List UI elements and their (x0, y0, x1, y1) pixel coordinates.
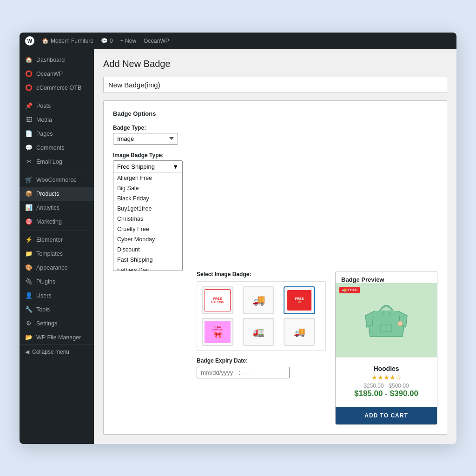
sidebar-item-comments[interactable]: 💬 Comments (20, 141, 94, 155)
comments-icon: 💬 (101, 38, 108, 44)
sidebar-item-elementor[interactable]: ⚡ Elementor (20, 233, 94, 247)
preview-product-image: 🚚 FREE (336, 283, 437, 357)
svg-point-2 (398, 321, 403, 326)
sidebar-item-wp-file-manager[interactable]: 📂 WP File Manager (20, 331, 94, 344)
dropdown-option[interactable]: Big Sale (113, 183, 182, 193)
topbar-comments[interactable]: 💬 0 (101, 38, 113, 44)
image-badge-section: Select Image Badge: FREE SHIPPING 🚚 (197, 271, 326, 378)
dropdown-open-list: Allergen Free Big Sale Black Friday Buy1… (113, 173, 182, 271)
preview-original-price: $250.00 - $500.00 (341, 383, 431, 389)
sidebar-item-posts[interactable]: 📌 Posts (20, 99, 94, 113)
main-layout: 🏠 Dashboard ⭕ OceanWP ⭕ eCommerce OTB 📌 … (20, 49, 456, 444)
woocommerce-icon: 🛒 (25, 176, 33, 184)
dropdown-select-box[interactable]: Free Shipping ▼ Allergen Free Big Sale B… (113, 160, 183, 271)
preview-badge-tag: 🚚 FREE (339, 287, 360, 293)
plugins-icon: 🔌 (25, 278, 33, 285)
dropdown-option[interactable]: Buy1get1free (113, 204, 182, 214)
posts-icon: 📌 (25, 102, 33, 110)
dropdown-chevron-icon: ▼ (172, 163, 178, 170)
analytics-icon: 📊 (25, 204, 33, 212)
dropdown-option[interactable]: Cruelty Free (113, 224, 182, 234)
dashboard-icon: 🏠 (25, 56, 33, 64)
media-icon: 🖼 (25, 116, 33, 124)
tools-icon: 🔧 (25, 306, 33, 313)
sidebar-item-plugins[interactable]: 🔌 Plugins (20, 275, 94, 289)
badge-expiry-section: Badge Expiry Date: (197, 357, 326, 378)
wp-logo-icon[interactable]: W (25, 36, 34, 46)
preview-sale-price: $185.00 - $390.00 (341, 389, 431, 398)
badge-images-grid: FREE SHIPPING 🚚 FREE 🚚 (197, 281, 326, 351)
sidebar-item-products[interactable]: 📦 Products (20, 187, 94, 201)
comments-sidebar-icon: 💬 (25, 144, 33, 152)
badge-type-row: Badge Type: Image Text Custom (113, 125, 437, 145)
pages-icon: 📄 (25, 130, 33, 138)
add-to-cart-button[interactable]: ADD TO CART (336, 407, 437, 424)
templates-icon: 📁 (25, 250, 33, 258)
badge-expiry-label: Badge Expiry Date: (197, 357, 326, 364)
sidebar-item-templates[interactable]: 📁 Templates (20, 247, 94, 261)
dropdown-header[interactable]: Free Shipping ▼ (113, 161, 182, 173)
badge-expiry-input[interactable] (197, 367, 290, 378)
sidebar-item-ecommerce-otb[interactable]: ⭕ eCommerce OTB (20, 81, 94, 95)
content-area: Add New Badge Badge Options Badge Type: … (94, 49, 456, 444)
sidebar-item-tools[interactable]: 🔧 Tools (20, 303, 94, 317)
email-icon: ✉ (25, 158, 33, 165)
oceanwp-icon: ⭕ (25, 70, 33, 78)
badge-image-cell[interactable]: FREE SHIPPING 🎀 (202, 318, 233, 346)
file-manager-icon: 📂 (25, 334, 33, 341)
select-image-badge-label: Select Image Badge: (197, 271, 326, 278)
badge-options-title: Badge Options (113, 110, 437, 117)
topbar-theme[interactable]: OceanWP (144, 38, 169, 44)
badge-image-cell[interactable]: 🚚 (243, 286, 274, 314)
sidebar-item-appearance[interactable]: 🎨 Appearance (20, 261, 94, 275)
dropdown-option[interactable]: Christmas (113, 214, 182, 224)
hoodie-illustration (363, 290, 410, 350)
sidebar-item-users[interactable]: 👤 Users (20, 289, 94, 303)
preview-product: 🚚 FREE (336, 283, 437, 424)
badge-type-label: Badge Type: (113, 125, 178, 131)
ecommerce-icon: ⭕ (25, 84, 33, 92)
dropdown-option[interactable]: Black Friday (113, 193, 182, 204)
badge-image-cell[interactable]: FREE SHIPPING (202, 286, 233, 314)
image-badge-type-group: Image Badge Type: Free Shipping ▼ Allerg… (113, 152, 437, 271)
dropdown-option[interactable]: Discount (113, 245, 182, 255)
badge-type-group: Badge Type: Image Text Custom (113, 125, 178, 145)
badge-image-cell-selected[interactable]: FREE 🚚 (284, 286, 315, 314)
preview-stars: ★★★★☆ (341, 374, 431, 381)
users-icon: 👤 (25, 292, 33, 299)
sidebar-item-woocommerce[interactable]: 🛒 WooCommerce (20, 173, 94, 187)
badge-options-card: Badge Options Badge Type: Image Text Cus… (103, 100, 447, 435)
topbar-new[interactable]: + New (120, 38, 136, 44)
dropdown-option[interactable]: Cyber Monday (113, 234, 182, 245)
collapse-menu[interactable]: ◀ Collapse menu (20, 344, 94, 359)
badge-image-cell[interactable]: 🚛 (243, 318, 274, 346)
topbar-site-home[interactable]: 🏠 Modern Furniture (42, 38, 93, 44)
badge-type-select[interactable]: Image Text Custom (113, 133, 178, 145)
preview-title: Badge Preview (336, 271, 437, 283)
sidebar-item-dashboard[interactable]: 🏠 Dashboard (20, 53, 94, 67)
image-badge-type-label: Image Badge Type: (113, 152, 437, 159)
dropdown-option-fast-shipping[interactable]: Fast Shipping (113, 255, 182, 265)
badge-preview-card: Badge Preview 🚚 FREE (335, 271, 437, 425)
dropdown-option[interactable]: Fathers Day (113, 265, 182, 271)
sidebar-item-media[interactable]: 🖼 Media (20, 113, 94, 127)
preview-product-name: Hoodies (341, 365, 431, 372)
sidebar-item-settings[interactable]: ⚙ Settings (20, 317, 94, 331)
sidebar-item-analytics[interactable]: 📊 Analytics (20, 201, 94, 215)
sidebar-item-email-log[interactable]: ✉ Email Log (20, 155, 94, 169)
topbar: W 🏠 Modern Furniture 💬 0 + New OceanWP (20, 33, 456, 49)
sidebar-item-oceanwp[interactable]: ⭕ OceanWP (20, 67, 94, 81)
elementor-icon: ⚡ (25, 236, 33, 244)
marketing-icon: 🎯 (25, 218, 33, 225)
collapse-icon: ◀ (25, 349, 29, 355)
sidebar: 🏠 Dashboard ⭕ OceanWP ⭕ eCommerce OTB 📌 … (20, 49, 94, 444)
image-badge-type-dropdown[interactable]: Free Shipping ▼ Allergen Free Big Sale B… (113, 160, 437, 271)
page-title: Add New Badge (103, 59, 447, 69)
products-icon: 📦 (25, 190, 33, 198)
appearance-icon: 🎨 (25, 264, 33, 271)
sidebar-item-marketing[interactable]: 🎯 Marketing (20, 215, 94, 229)
sidebar-item-pages[interactable]: 📄 Pages (20, 127, 94, 141)
badge-image-cell[interactable]: 🚚 (284, 318, 315, 346)
dropdown-option[interactable]: Allergen Free (113, 173, 182, 183)
badge-name-input[interactable] (103, 77, 447, 93)
